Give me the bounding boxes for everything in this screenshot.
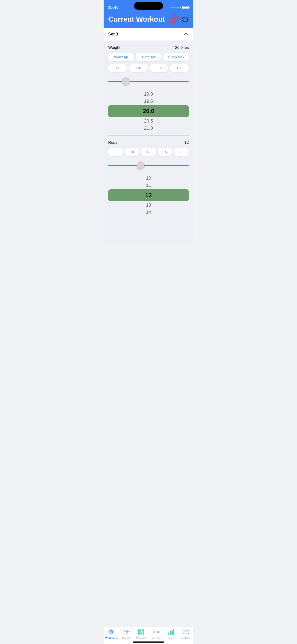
weight-picker[interactable]: 19.0 19.5 20.0 20.5 21.0 — [104, 88, 194, 136]
wifi-icon — [177, 6, 181, 9]
weight-slider-track — [108, 81, 189, 82]
onerepmax-button[interactable]: 1 Rep Max — [163, 53, 189, 61]
weight-increment-buttons: +5 +10 +15 +20 — [104, 64, 194, 74]
reps-picker-item-1: 11 — [108, 182, 189, 189]
reps-picker-item-3: 13 — [108, 202, 189, 209]
reps-picker[interactable]: 10 11 12 13 14 — [104, 172, 194, 220]
plus5-button[interactable]: +5 — [108, 64, 127, 72]
reps-12-button[interactable]: 12 — [141, 148, 156, 156]
weight-picker-selected: 20.0 — [108, 105, 189, 117]
status-time: 10:45 — [108, 5, 118, 10]
svg-point-0 — [179, 8, 179, 9]
plus15-button[interactable]: +15 — [150, 64, 168, 72]
weight-tag-buttons: Warm up Drop set 1 Rep Max — [104, 53, 194, 64]
set-header: Set 3 — [104, 28, 194, 41]
reps-10-button[interactable]: 10 — [125, 148, 140, 156]
weight-picker-item-0: 19.0 — [108, 90, 189, 98]
reps-slider-track — [108, 165, 189, 166]
reps-8-button[interactable]: 8 — [108, 148, 123, 156]
main-content: Set 3 Weight 20.0 lbs Warm up Drop set 1… — [104, 28, 194, 242]
reps-picker-item-0: 10 — [108, 174, 189, 182]
set-title: Set 3 — [108, 32, 118, 36]
weight-value: 20.0 lbs — [175, 45, 189, 50]
reps-label: Reps — [108, 140, 118, 145]
warmup-button[interactable]: Warm up — [108, 53, 134, 61]
reps-value: 12 — [184, 140, 189, 145]
reps-preset-buttons: 8 10 12 15 20 — [104, 148, 194, 158]
plus10-button[interactable]: +10 — [129, 64, 148, 72]
reps-picker-item-4: 14 — [108, 209, 189, 216]
app-header: Current Workout — [104, 12, 194, 28]
plus20-button[interactable]: +20 — [170, 64, 189, 72]
page-title: Current Workout — [108, 15, 165, 24]
weight-picker-item-3: 20.5 — [108, 118, 189, 124]
reps-slider-thumb[interactable] — [136, 162, 144, 169]
status-bar: 10:45 — [104, 0, 194, 12]
signal-icon — [169, 7, 176, 8]
collapse-button[interactable] — [183, 31, 189, 37]
dropset-button[interactable]: Drop set — [136, 53, 161, 61]
notch — [134, 2, 163, 10]
reps-section: Reps 12 — [104, 136, 194, 148]
reps-15-button[interactable]: 15 — [158, 148, 172, 156]
weight-picker-item-1: 19.5 — [108, 98, 189, 105]
reps-slider[interactable] — [104, 158, 194, 172]
power-button[interactable] — [181, 15, 189, 23]
status-icons — [169, 6, 189, 9]
weight-section: Weight 20.0 lbs — [104, 41, 194, 53]
reps-picker-selected: 12 — [108, 189, 189, 201]
battery-icon — [182, 6, 189, 9]
weight-slider[interactable] — [104, 74, 194, 88]
weight-label: Weight — [108, 45, 120, 50]
weight-picker-item-4: 21.0 — [108, 124, 189, 132]
header-actions — [170, 15, 189, 24]
reps-20-button[interactable]: 20 — [174, 148, 189, 156]
weight-slider-thumb[interactable] — [122, 78, 130, 85]
cancel-button[interactable] — [170, 15, 178, 24]
